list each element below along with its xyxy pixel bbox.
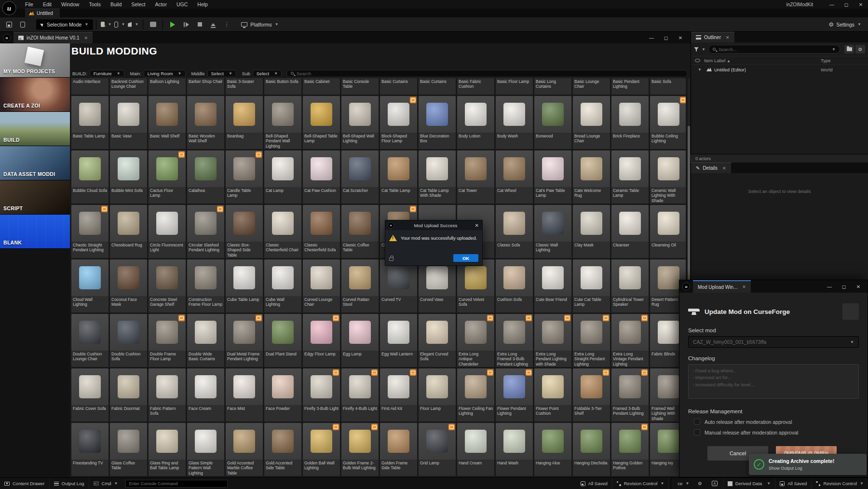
asset-tile[interactable]: Block-Shaped Floor Lamp	[380, 96, 417, 149]
asset-tile[interactable]: Basic Wooden Wall Shelf	[187, 96, 224, 149]
archive-complete-toast[interactable]: ✓ Creating Archive complete! Show Output…	[749, 454, 867, 475]
menu-ugc[interactable]: UGC	[172, 0, 192, 9]
asset-tile[interactable]: Bubble Cloud Sofa	[71, 150, 108, 204]
asset-tile[interactable]: Basic Cabinet	[303, 78, 340, 95]
asset-tile[interactable]: Bubble Ceiling Lighting	[650, 96, 686, 149]
asset-tile[interactable]: Face Cream	[187, 368, 224, 421]
asset-tile[interactable]: Elegant Curved Sofa	[419, 314, 456, 367]
asset-tile[interactable]: Gold Accented Marble Coffee Table	[226, 423, 263, 476]
cmd-dropdown[interactable]: > Cmd ▼	[89, 478, 122, 489]
menu-file[interactable]: File	[20, 0, 38, 9]
play-button[interactable]	[167, 20, 178, 29]
asset-tile[interactable]: Cat Lamp	[264, 150, 301, 204]
asset-tile[interactable]: Hand Cream	[457, 423, 494, 476]
menu-select[interactable]: Select	[126, 0, 150, 9]
home-minimize-button[interactable]: ―	[644, 33, 659, 42]
sidebar-item-data-asset-moddi[interactable]: DATA ASSET MODDI	[0, 146, 70, 180]
asset-tile[interactable]: Flower Ceiling Fan Lighting	[457, 368, 494, 421]
asset-tile[interactable]: Bell-Shaped Wall Lighting	[341, 96, 379, 149]
asset-tile[interactable]: Dual Plant Stand	[264, 314, 301, 367]
asset-tile[interactable]: Body Lotion	[457, 96, 494, 149]
asset-tile[interactable]: Clay Mask	[573, 205, 610, 258]
asset-tile[interactable]: Face Powder	[264, 368, 301, 421]
asset-tile[interactable]: Cat's Paw Table Lamp	[534, 150, 571, 204]
asset-tile[interactable]: Backrest Cushion Lounge Chair	[110, 78, 147, 95]
asset-tile[interactable]: Curved TV	[380, 259, 417, 312]
asset-tile[interactable]: Basic Lounge Chair	[573, 78, 610, 95]
menu-help[interactable]: Help	[192, 0, 213, 9]
middle-category-dropdown[interactable]: Select▼	[207, 70, 236, 77]
sidebar-item-script[interactable]: SCRIPT	[0, 180, 70, 215]
asset-tile[interactable]: Double Wide Basic Curtains	[187, 314, 224, 367]
outliner-tab[interactable]: Outliner ✕	[691, 32, 734, 42]
close-button[interactable]: ✕	[854, 0, 868, 9]
close-tab-icon[interactable]: ✕	[84, 36, 88, 41]
asset-tile[interactable]: Cloud Wall Lighting	[71, 259, 108, 312]
asset-tile[interactable]: Cube Wall Lighting	[264, 259, 301, 312]
asset-tile[interactable]: Blue Decoration Box	[419, 96, 456, 149]
item-label-column[interactable]: Item Label	[704, 58, 725, 63]
output-log-button[interactable]: Output Log	[50, 478, 89, 489]
asset-tile[interactable]: Curved Velvet Sofa	[457, 259, 494, 312]
asset-tile[interactable]: Cactus Floor Lamp	[149, 150, 186, 204]
asset-tile[interactable]: Extra Long Antique Chandelier	[457, 314, 494, 367]
derived-data-dropdown[interactable]: Derived Data ▼	[723, 478, 775, 489]
asset-tile[interactable]: Golden Frame 2-Bulb Wall Lighting	[341, 423, 379, 476]
asset-tile[interactable]: Bread Lounge Chair	[573, 96, 610, 149]
settings-dropdown[interactable]: ⚙ Settings ▼	[828, 21, 861, 28]
asset-tile[interactable]: Fabric Cover Sofa	[71, 368, 108, 421]
menu-tools[interactable]: Tools	[84, 0, 106, 9]
eject-button[interactable]	[208, 20, 218, 29]
play-options-button[interactable]: ⋮	[221, 20, 232, 29]
manual-release-checkbox[interactable]	[694, 429, 700, 435]
asset-tile[interactable]: Calathea	[187, 150, 224, 204]
selection-mode-dropdown[interactable]: Selection Mode ▼	[36, 19, 93, 30]
asset-tile[interactable]: Cute Bear Friend	[534, 259, 571, 312]
asset-tile[interactable]: Curved Lounge Chair	[303, 259, 340, 312]
asset-tile[interactable]: Cleansing Oil	[650, 205, 686, 258]
asset-tile[interactable]: Hanging Dischidia	[573, 423, 610, 476]
sidebar-item-create-a-zoi[interactable]: CREATE A ZOI	[0, 78, 70, 112]
asset-tile[interactable]: Cat Table Lamp	[380, 150, 417, 204]
asset-tile[interactable]: Circular Slashed Pendant Lighting	[187, 205, 224, 258]
asset-tile[interactable]: Basic Pendant Lighting	[611, 78, 649, 95]
asset-tile[interactable]: Flower Point Cushion	[534, 368, 571, 421]
close-tab-icon[interactable]: ✕	[722, 166, 726, 171]
outliner-settings-button[interactable]: ⚙	[855, 45, 865, 54]
sub-category-dropdown[interactable]: Select▼	[253, 70, 282, 77]
menu-window[interactable]: Window	[56, 0, 84, 9]
asset-tile[interactable]: Extra Long Framed 3-Bulb Pendant Lightin…	[496, 314, 533, 367]
menu-edit[interactable]: Edit	[38, 0, 56, 9]
asset-tile[interactable]: Floor Lamp	[419, 368, 456, 421]
asset-tile[interactable]: Egg Lamp	[341, 314, 379, 367]
asset-tile[interactable]: Basic 3-Seater Sofa	[226, 78, 263, 95]
asset-tile[interactable]: Ceramic Table Lamp	[611, 150, 649, 204]
home-restore-button[interactable]: ◻	[659, 33, 673, 42]
asset-tile[interactable]: Fabric Pattern Sofa	[149, 368, 186, 421]
asset-tile[interactable]: Beanbag	[226, 96, 263, 149]
new-folder-button[interactable]	[844, 45, 854, 54]
asset-tile[interactable]: Basic Floor Lamp	[496, 78, 533, 95]
asset-tile[interactable]: Bell-Shaped Pendant Wall Lighting	[264, 96, 301, 149]
modwin-maximize-button[interactable]: ◻	[837, 282, 851, 291]
asset-tile[interactable]: Basic Sofa	[650, 78, 686, 95]
cinematics-button[interactable]: ▼	[128, 20, 138, 29]
asset-tile[interactable]: Freestanding TV	[71, 423, 108, 476]
asset-tile[interactable]: Cute Cat Table Lamp	[573, 259, 610, 312]
blueprints-button[interactable]: ▼	[114, 20, 125, 29]
menu-build[interactable]: Build	[106, 0, 126, 9]
asset-tile[interactable]: Cats Welcome Rug	[573, 150, 610, 204]
stop-button[interactable]	[194, 20, 205, 29]
modwin-close-button[interactable]: ✕	[851, 282, 866, 291]
details-tab[interactable]: ✎ Details ✕	[691, 163, 731, 173]
revision-control-dropdown[interactable]: Revision Control ▼	[612, 478, 669, 489]
asset-tile[interactable]: Construction Frame Floor Lamp	[187, 259, 224, 312]
asset-tile[interactable]: Glass Ring and Ball Table Lamp	[149, 423, 186, 476]
minimize-button[interactable]: ―	[825, 0, 839, 9]
asset-tile[interactable]: Edgy Floor Lamp	[303, 314, 340, 367]
changelog-textarea[interactable]: - Fixed a bug where... - Improved art fo…	[688, 364, 859, 399]
asset-tile[interactable]: Basic Curtains	[419, 78, 456, 95]
asset-tile[interactable]: Barber Shop Chair	[187, 78, 224, 95]
close-tab-icon[interactable]: ✕	[726, 35, 730, 40]
asset-tile[interactable]: Coconut Face Mask	[110, 259, 147, 312]
